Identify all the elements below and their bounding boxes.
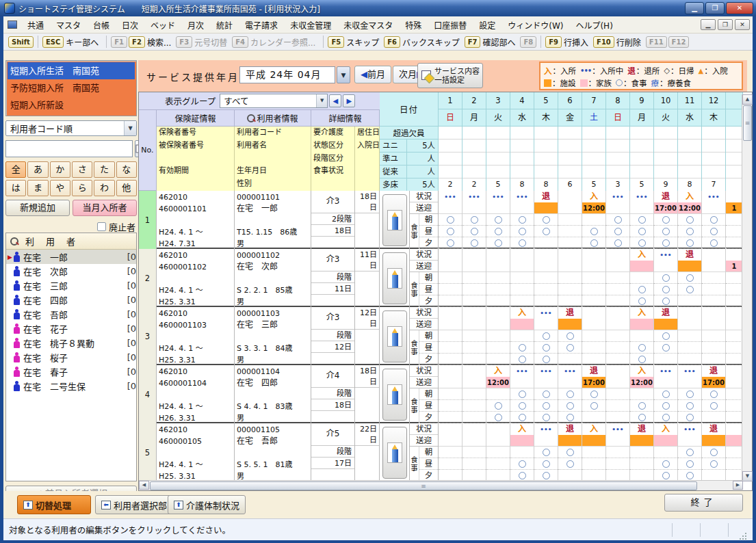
- fkey-F5[interactable]: F5: [328, 36, 344, 48]
- meal-morning-cell[interactable]: [582, 388, 605, 400]
- meal-noon-cell[interactable]: [558, 342, 582, 354]
- day-cell-8[interactable]: •••: [606, 191, 630, 249]
- meal-morning-cell[interactable]: [462, 214, 486, 226]
- meal-noon-cell[interactable]: [486, 400, 510, 412]
- meal-noon-cell[interactable]: [439, 284, 462, 295]
- meal-noon-cell[interactable]: [654, 458, 677, 470]
- pickup-cell[interactable]: [534, 319, 558, 330]
- mdi-minimize-button[interactable]: ▁: [701, 19, 716, 30]
- meal-morning-cell[interactable]: [534, 214, 558, 226]
- day-cell-6[interactable]: 退: [558, 423, 582, 481]
- status-cell[interactable]: •••: [534, 365, 558, 377]
- meal-evening-cell[interactable]: [534, 237, 558, 249]
- fkey-F9[interactable]: F9: [545, 36, 562, 48]
- pickup-cell[interactable]: [486, 435, 510, 447]
- status-cell[interactable]: •••: [510, 191, 534, 202]
- day-cell-12[interactable]: [702, 249, 726, 307]
- meal-evening-cell[interactable]: [606, 412, 629, 423]
- vertical-scroll-thumb[interactable]: [743, 105, 752, 141]
- pickup-cell[interactable]: [534, 435, 558, 447]
- day-cell-4[interactable]: [510, 249, 534, 307]
- meal-morning-cell[interactable]: [678, 388, 701, 400]
- meal-noon-cell[interactable]: [726, 400, 742, 412]
- menu-item-1[interactable]: マスタ: [50, 17, 87, 33]
- pickup-cell[interactable]: [462, 435, 486, 447]
- status-cell[interactable]: •••: [486, 191, 510, 202]
- pickup-cell[interactable]: [462, 261, 486, 272]
- menu-item-14[interactable]: ヘルプ(H): [569, 17, 618, 33]
- day-cell-4[interactable]: •••: [510, 191, 534, 249]
- meal-noon-cell[interactable]: [510, 226, 534, 237]
- meal-morning-cell[interactable]: [630, 272, 653, 284]
- day-cell-7[interactable]: 入12:00: [582, 191, 606, 249]
- day-cell-11[interactable]: •••: [678, 365, 702, 423]
- switch-process-button[interactable]: ⬆ 切替処理: [17, 495, 91, 514]
- status-cell[interactable]: 退: [702, 423, 725, 435]
- edit-user-button[interactable]: [382, 252, 407, 304]
- scroll-down-icon[interactable]: ▼: [742, 471, 753, 481]
- pickup-cell[interactable]: [606, 319, 629, 330]
- display-group-select[interactable]: すべて ▼: [220, 94, 328, 108]
- status-cell[interactable]: [702, 307, 725, 319]
- meal-morning-cell[interactable]: [606, 447, 629, 458]
- pickup-cell[interactable]: [534, 377, 558, 388]
- meal-noon-cell[interactable]: [510, 284, 534, 295]
- meal-noon-cell[interactable]: [534, 226, 558, 237]
- meal-evening-cell[interactable]: [678, 237, 701, 249]
- meal-noon-cell[interactable]: [534, 284, 558, 295]
- pickup-cell[interactable]: [462, 377, 486, 388]
- pickup-cell[interactable]: [678, 319, 701, 330]
- meal-noon-cell[interactable]: [630, 400, 653, 412]
- day-cell-5[interactable]: •••: [534, 423, 558, 481]
- day-cell-7[interactable]: 退17:00: [582, 365, 606, 423]
- menu-item-11[interactable]: 口座振替: [428, 17, 473, 33]
- meal-evening-cell[interactable]: [510, 237, 534, 249]
- day-cell-1[interactable]: [439, 307, 462, 365]
- user-list-item-3[interactable]: 在宅 四郎[0: [6, 293, 136, 307]
- menu-item-12[interactable]: 設定: [473, 17, 501, 33]
- meal-noon-cell[interactable]: [606, 400, 629, 412]
- meal-morning-cell[interactable]: [439, 447, 462, 458]
- fkey-F10[interactable]: F10: [593, 36, 614, 48]
- day-cell-1[interactable]: •••: [439, 191, 462, 249]
- meal-evening-cell[interactable]: [439, 295, 462, 307]
- user-list-item-4[interactable]: 在宅 吾郎[0: [6, 307, 136, 321]
- meal-evening-cell[interactable]: [606, 237, 629, 249]
- meal-noon-cell[interactable]: [439, 226, 462, 237]
- menu-item-6[interactable]: 統計: [210, 17, 239, 33]
- meal-morning-cell[interactable]: [678, 214, 701, 226]
- discontinued-checkbox[interactable]: [97, 222, 106, 231]
- status-cell[interactable]: 入: [582, 191, 605, 202]
- meal-noon-cell[interactable]: [510, 400, 534, 412]
- meal-noon-cell[interactable]: [702, 400, 725, 412]
- meal-noon-cell[interactable]: [630, 284, 653, 295]
- edit-user-button[interactable]: [382, 194, 407, 246]
- meal-noon-cell[interactable]: [439, 342, 462, 354]
- kana-button-ら[interactable]: ら: [72, 180, 92, 196]
- meal-evening-cell[interactable]: [462, 354, 486, 365]
- meal-morning-cell[interactable]: [486, 330, 510, 342]
- pickup-cell[interactable]: [558, 435, 582, 447]
- meal-evening-cell[interactable]: [486, 354, 510, 365]
- day-cell-8[interactable]: •••: [606, 423, 630, 481]
- status-cell[interactable]: •••: [439, 191, 462, 202]
- pickup-cell[interactable]: [678, 261, 701, 272]
- meal-evening-cell[interactable]: [510, 412, 534, 423]
- day-cell-7[interactable]: 入: [582, 423, 606, 481]
- meal-evening-cell[interactable]: [654, 295, 677, 307]
- meal-morning-cell[interactable]: [510, 447, 534, 458]
- day-cell-3[interactable]: •••: [486, 191, 510, 249]
- meal-evening-cell[interactable]: [702, 295, 725, 307]
- meal-evening-cell[interactable]: [558, 354, 582, 365]
- meal-noon-cell[interactable]: [558, 284, 582, 295]
- day-cell-13[interactable]: 1: [726, 249, 743, 307]
- group-prev-button[interactable]: ◀: [329, 94, 341, 107]
- status-cell[interactable]: 入: [582, 423, 605, 435]
- meal-noon-cell[interactable]: [462, 400, 486, 412]
- meal-noon-cell[interactable]: [630, 342, 653, 354]
- meal-morning-cell[interactable]: [486, 272, 510, 284]
- meal-evening-cell[interactable]: [702, 412, 725, 423]
- pickup-cell[interactable]: [462, 202, 486, 214]
- user-search-input[interactable]: [5, 140, 133, 157]
- meal-morning-cell[interactable]: [486, 388, 510, 400]
